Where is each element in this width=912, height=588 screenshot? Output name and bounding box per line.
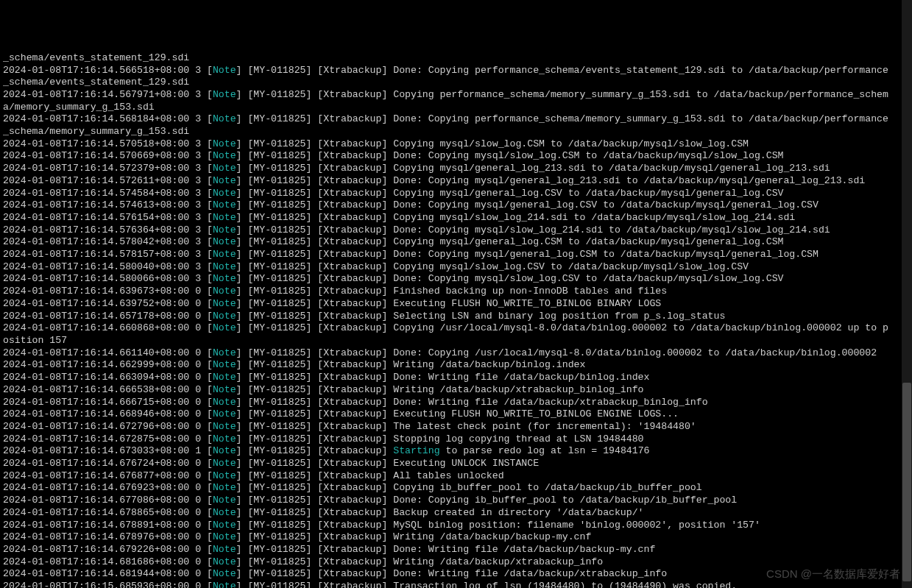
- note-label: Note: [213, 224, 236, 235]
- note-label: Note: [213, 507, 236, 518]
- note-label: Note: [213, 495, 236, 506]
- note-label: Note: [213, 556, 236, 567]
- note-label: Note: [213, 421, 236, 432]
- note-label: Note: [213, 581, 236, 588]
- note-label: Note: [213, 520, 236, 531]
- note-label: Note: [213, 261, 236, 272]
- note-label: Note: [213, 408, 236, 419]
- note-label: Note: [213, 322, 236, 333]
- note-label: Note: [213, 212, 236, 223]
- note-label: Note: [213, 249, 236, 260]
- terminal-output[interactable]: _schema/events_statement_129.sdi 2024-01…: [3, 52, 894, 588]
- note-label: Note: [213, 359, 236, 370]
- note-label: Note: [213, 384, 236, 395]
- scrollbar[interactable]: [902, 0, 912, 588]
- note-label: Note: [213, 113, 236, 124]
- note-label: Note: [213, 372, 236, 383]
- note-label: Note: [213, 89, 236, 100]
- note-label: Note: [213, 458, 236, 469]
- note-label: Note: [213, 150, 236, 161]
- note-label: Note: [213, 163, 236, 174]
- note-label: Note: [213, 397, 236, 408]
- note-label: Note: [213, 199, 236, 210]
- note-label: Note: [213, 138, 236, 149]
- note-label: Note: [213, 568, 236, 579]
- note-label: Note: [213, 482, 236, 493]
- note-label: Note: [213, 544, 236, 555]
- note-label: Note: [213, 347, 236, 358]
- note-label: Note: [213, 273, 236, 284]
- scrollbar-thumb[interactable]: [902, 383, 911, 581]
- note-label: Note: [213, 286, 236, 297]
- note-label: Note: [213, 445, 236, 456]
- note-label: Note: [213, 470, 236, 481]
- note-label: Note: [213, 531, 236, 542]
- note-label: Note: [213, 188, 236, 199]
- note-label: Note: [213, 236, 236, 247]
- note-label: Note: [213, 298, 236, 309]
- note-label: Note: [213, 311, 236, 322]
- note-label: Note: [213, 433, 236, 444]
- note-label: Note: [213, 65, 236, 76]
- note-label: Note: [213, 175, 236, 186]
- starting-label: Starting: [393, 445, 439, 456]
